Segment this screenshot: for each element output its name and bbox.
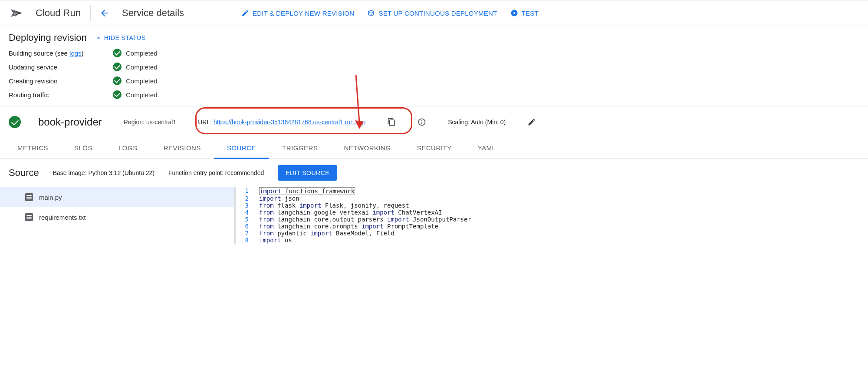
line-number: 2 — [236, 195, 255, 202]
service-url: URL: https://book-provider-351364281768.… — [198, 119, 365, 126]
check-circle-icon — [113, 90, 122, 99]
tab-networking[interactable]: NETWORKING — [331, 138, 404, 159]
line-number: 8 — [236, 237, 255, 244]
tab-slos[interactable]: SLOS — [61, 138, 105, 159]
code-line: 4from langchain_google_vertexai import C… — [236, 209, 868, 216]
tab-metrics[interactable]: METRICS — [4, 138, 61, 159]
service-name: book-provider — [38, 116, 102, 128]
product-name: Cloud Run — [28, 7, 89, 19]
file-icon — [25, 213, 33, 221]
file-item[interactable]: requirements.txt — [0, 207, 234, 227]
code-line: 2import json — [236, 195, 868, 202]
tab-source[interactable]: SOURCE — [214, 138, 269, 159]
code-line: 5from langchain_core.output_parsers impo… — [236, 216, 868, 223]
tab-logs[interactable]: LOGS — [105, 138, 151, 159]
check-circle-icon — [113, 49, 122, 57]
tab-revisions[interactable]: REVISIONS — [151, 138, 214, 159]
tabs-bar: METRICSSLOSLOGSREVISIONSSOURCETRIGGERSNE… — [0, 138, 868, 159]
status-section: Deploying revision HIDE STATUS Building … — [0, 26, 868, 106]
line-number: 3 — [236, 202, 255, 209]
status-step-label: Updating service — [9, 63, 113, 71]
continuous-deployment-button[interactable]: SET UP CONTINUOUS DEPLOYMENT — [367, 9, 497, 17]
code-line: 6from langchain_core.prompts import Prom… — [236, 223, 868, 230]
code-text: import json — [255, 195, 299, 202]
file-name: main.py — [39, 194, 62, 201]
service-region: Region: us-central1 — [124, 119, 176, 126]
copy-icon — [387, 118, 396, 126]
status-step-value: Completed — [113, 90, 859, 99]
divider — [90, 5, 91, 21]
play-circle-icon — [510, 9, 518, 17]
service-url-link[interactable]: https://book-provider-351364281768.us-ce… — [214, 119, 365, 126]
edit-scaling-button[interactable] — [527, 118, 536, 126]
line-number: 6 — [236, 223, 255, 230]
cube-icon — [367, 9, 375, 17]
tab-security[interactable]: SECURITY — [404, 138, 465, 159]
test-label: TEST — [522, 10, 539, 17]
code-text: from langchain_google_vertexai import Ch… — [255, 209, 442, 216]
line-number: 4 — [236, 209, 255, 216]
scaling-info: Scaling: Auto (Min: 0) — [448, 119, 506, 126]
tab-yaml[interactable]: YAML — [465, 138, 509, 159]
status-step-label: Routing traffic — [9, 91, 113, 99]
status-step-label: Building source (see logs) — [9, 50, 113, 57]
hide-status-button[interactable]: HIDE STATUS — [95, 34, 146, 42]
code-line: 1import functions_framework — [236, 187, 868, 195]
base-image-info: Base image: Python 3.12 (Ubuntu 22) — [53, 169, 155, 176]
source-title: Source — [9, 167, 39, 178]
editor-area: main.pyrequirements.txt 1import function… — [0, 187, 868, 244]
line-number: 1 — [236, 187, 255, 195]
code-text: import functions_framework — [255, 187, 355, 195]
code-line: 3from flask import Flask, jsonify, reque… — [236, 202, 868, 209]
file-name: requirements.txt — [39, 214, 86, 221]
line-number: 7 — [236, 230, 255, 237]
code-text: from pydantic import BaseModel, Field — [255, 230, 395, 237]
status-step-value: Completed — [113, 63, 859, 71]
file-list: main.pyrequirements.txt — [0, 187, 234, 244]
check-circle-icon — [113, 63, 122, 71]
edit-deploy-button[interactable]: EDIT & DEPLOY NEW REVISION — [241, 9, 354, 17]
file-icon — [25, 193, 33, 201]
code-text: import os — [255, 237, 292, 244]
file-item[interactable]: main.py — [0, 187, 234, 207]
status-step-value: Completed — [113, 49, 859, 57]
test-button[interactable]: TEST — [510, 9, 539, 17]
service-summary-row: book-provider Region: us-central1 URL: h… — [0, 106, 868, 138]
code-text: from langchain_core.prompts import Promp… — [255, 223, 438, 230]
status-title: Deploying revision — [9, 32, 87, 43]
chevron-up-icon — [95, 34, 102, 42]
back-button[interactable] — [92, 8, 117, 18]
line-number: 5 — [236, 216, 255, 223]
logs-link[interactable]: logs — [69, 50, 82, 57]
check-circle-icon — [9, 116, 21, 128]
info-button[interactable] — [418, 118, 426, 126]
info-icon — [418, 118, 426, 126]
status-step-value: Completed — [113, 76, 859, 85]
code-view: 1import functions_framework2import json3… — [234, 187, 868, 244]
code-text: from langchain_core.output_parsers impor… — [255, 216, 471, 223]
cd-label: SET UP CONTINUOUS DEPLOYMENT — [378, 10, 497, 17]
page-title: Service details — [117, 7, 189, 19]
source-bar: Source Base image: Python 3.12 (Ubuntu 2… — [0, 159, 868, 187]
edit-source-button[interactable]: EDIT SOURCE — [278, 165, 337, 181]
pencil-icon — [241, 9, 249, 17]
code-line: 8import os — [236, 237, 868, 244]
header-bar: Cloud Run Service details EDIT & DEPLOY … — [0, 0, 868, 26]
edit-deploy-label: EDIT & DEPLOY NEW REVISION — [253, 10, 354, 17]
status-step-label: Creating revision — [9, 77, 113, 85]
copy-url-button[interactable] — [387, 118, 396, 126]
code-text: from flask import Flask, jsonify, reques… — [255, 202, 409, 209]
check-circle-icon — [113, 76, 122, 85]
hide-status-label: HIDE STATUS — [104, 34, 146, 41]
code-line: 7from pydantic import BaseModel, Field — [236, 230, 868, 237]
pencil-icon — [527, 118, 536, 126]
entry-point-info: Function entry point: recommended — [168, 169, 264, 176]
tab-triggers[interactable]: TRIGGERS — [269, 138, 331, 159]
cloud-run-logo — [5, 5, 28, 21]
